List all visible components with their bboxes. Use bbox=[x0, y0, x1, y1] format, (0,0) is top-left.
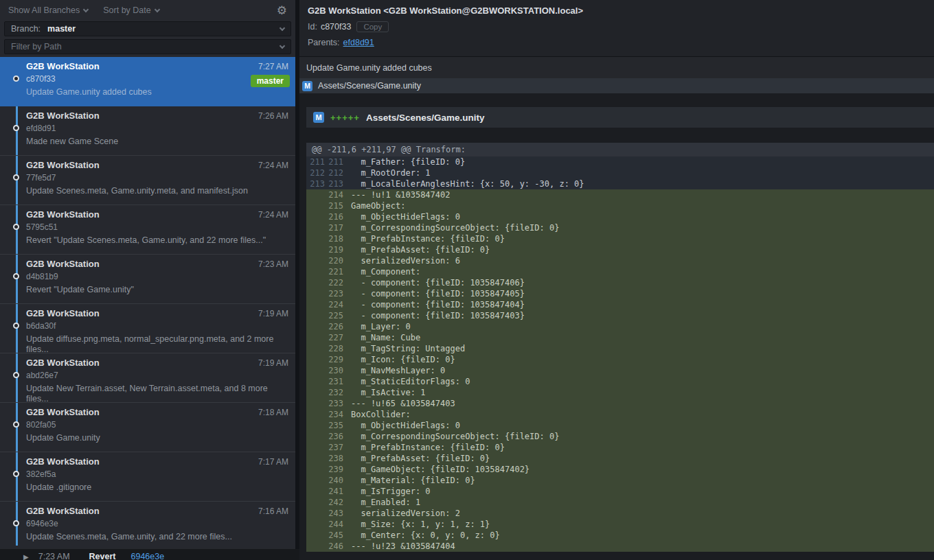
commit-time: 7:23 AM bbox=[258, 259, 288, 269]
branch-label: Branch: bbox=[11, 24, 41, 34]
diff-file-path: Assets/Scenes/Game.unity bbox=[366, 113, 485, 123]
gear-icon[interactable]: ⚙ bbox=[277, 5, 287, 16]
parents-label: Parents: bbox=[308, 38, 340, 47]
history-toolbar: Show All Branches Sort by Date ⚙ bbox=[0, 0, 295, 21]
diff-context-line: 213213 m_LocalEulerAnglesHint: {x: 50, y… bbox=[306, 178, 934, 189]
commit-node-icon bbox=[13, 471, 19, 477]
commit-hash: b6da30f bbox=[26, 321, 288, 331]
code-text: m_Name: Cube bbox=[351, 332, 420, 343]
new-line-number: 245 bbox=[326, 530, 345, 541]
new-line-number: 228 bbox=[326, 343, 345, 354]
diff-added-line: 239 m_GameObject: {fileID: 1035847402} bbox=[306, 464, 934, 475]
old-line-number: 212 bbox=[306, 167, 326, 178]
commit-message: Update Game.unity added cubes bbox=[299, 56, 934, 78]
code-text: m_PrefabInstance: {fileID: 0} bbox=[351, 442, 505, 453]
branch-selector[interactable]: Branch: master bbox=[4, 21, 291, 36]
code-text: m_ObjectHideFlags: 0 bbox=[351, 211, 460, 222]
commit-row[interactable]: G2B WorkStation7:24 AM5795c51Revert "Upd… bbox=[0, 205, 295, 255]
commit-time: 7:26 AM bbox=[258, 111, 288, 121]
copy-button[interactable]: Copy bbox=[356, 21, 389, 32]
old-line-number bbox=[306, 255, 326, 266]
commit-row[interactable]: G2B WorkStation7:16 AM6946e3eUpdate Scen… bbox=[0, 502, 295, 549]
old-line-number bbox=[306, 442, 326, 453]
diff-added-line: 218 m_PrefabInstance: {fileID: 0} bbox=[306, 233, 934, 244]
diff-added-line: 237 m_PrefabInstance: {fileID: 0} bbox=[306, 442, 934, 453]
code-text: GameObject: bbox=[351, 200, 405, 211]
diff-added-line: 244 m_Size: {x: 1, y: 1, z: 1} bbox=[306, 519, 934, 530]
old-line-number: 213 bbox=[306, 178, 326, 189]
old-line-number bbox=[306, 266, 326, 277]
old-line-number bbox=[306, 244, 326, 255]
commit-row[interactable]: G2B WorkStation7:19 AMabd26e7Update New … bbox=[0, 353, 295, 403]
changed-file-row[interactable]: M Assets/Scenes/Game.unity bbox=[299, 78, 934, 93]
code-text: m_Component: bbox=[351, 266, 420, 277]
reflog-hash-link[interactable]: 6946e3e bbox=[131, 552, 165, 560]
filter-by-path-input[interactable]: Filter by Path bbox=[4, 39, 291, 54]
new-line-number: 227 bbox=[326, 332, 345, 343]
diff-area: M +++++ Assets/Scenes/Game.unity @@ -211… bbox=[299, 93, 934, 560]
diff-file-header[interactable]: M +++++ Assets/Scenes/Game.unity bbox=[306, 107, 934, 128]
code-text: m_NavMeshLayer: 0 bbox=[351, 365, 445, 376]
diff-added-line: 233--- !u!65 &1035847403 bbox=[306, 398, 934, 409]
old-line-number bbox=[306, 310, 326, 321]
new-line-number: 213 bbox=[326, 178, 345, 189]
commit-hash: c870f33 bbox=[26, 74, 288, 84]
commit-hash: 77fe5d7 bbox=[26, 173, 288, 183]
commit-time: 7:18 AM bbox=[258, 408, 288, 417]
commit-message-preview: Update Scenes.meta, Game.unity, and 22 m… bbox=[26, 532, 288, 542]
new-line-number: 237 bbox=[326, 442, 345, 453]
commit-row[interactable]: G2B WorkStation7:26 AMefd8d91Made new Ga… bbox=[0, 106, 295, 156]
old-line-number bbox=[306, 376, 326, 387]
sort-by-date-label: Sort by Date bbox=[103, 5, 150, 15]
old-line-number bbox=[306, 530, 326, 541]
old-line-number bbox=[306, 431, 326, 442]
diff-added-line: 222 - component: {fileID: 1035847406} bbox=[306, 277, 934, 288]
new-line-number: 225 bbox=[326, 310, 345, 321]
code-text: - component: {fileID: 1035847405} bbox=[351, 288, 525, 299]
commit-row[interactable]: G2B WorkStation7:18 AM802fa05Update Game… bbox=[0, 403, 295, 452]
commit-row[interactable]: G2B WorkStation7:23 AMd4b81b9Revert "Upd… bbox=[0, 255, 295, 304]
commit-row[interactable]: G2B WorkStation7:19 AMb6da30fUpdate diff… bbox=[0, 304, 295, 353]
old-line-number bbox=[306, 486, 326, 497]
diff-added-line: 215GameObject: bbox=[306, 200, 934, 211]
commit-author: G2B WorkStation bbox=[26, 358, 258, 368]
old-line-number bbox=[306, 354, 326, 365]
commit-message-preview: Revert "Update Game.unity" bbox=[26, 285, 288, 295]
old-line-number bbox=[306, 321, 326, 332]
reflog-strip[interactable]: ▶ 7:23 AM Revert 6946e3e bbox=[0, 549, 299, 560]
commit-hash: 802fa05 bbox=[26, 420, 288, 430]
new-line-number: 222 bbox=[326, 277, 345, 288]
show-all-branches-dropdown[interactable]: Show All Branches bbox=[8, 5, 88, 15]
diff-added-line: 220 serializedVersion: 6 bbox=[306, 255, 934, 266]
additions-markers: +++++ bbox=[330, 113, 360, 123]
chevron-down-icon bbox=[83, 6, 89, 12]
commit-author: G2B WorkStation bbox=[26, 160, 258, 170]
code-text: m_Icon: {fileID: 0} bbox=[351, 354, 455, 365]
code-text: m_TagString: Untagged bbox=[351, 343, 465, 354]
new-line-number: 243 bbox=[326, 508, 345, 519]
commit-node-icon bbox=[13, 421, 19, 428]
diff-added-line: 236 m_CorrespondingSourceObject: {fileID… bbox=[306, 431, 934, 442]
new-line-number: 233 bbox=[326, 398, 345, 409]
diff-added-line: 228 m_TagString: Untagged bbox=[306, 343, 934, 354]
new-line-number: 215 bbox=[326, 200, 345, 211]
reflog-time: 7:23 AM bbox=[38, 552, 70, 560]
branch-badge[interactable]: master bbox=[251, 75, 290, 87]
old-line-number bbox=[306, 387, 326, 398]
commit-author-line: G2B WorkStation <G2B WorkStation@G2BWORK… bbox=[308, 5, 926, 16]
commit-row[interactable]: G2B WorkStation7:24 AM77fe5d7Update Scen… bbox=[0, 156, 295, 205]
old-line-number bbox=[306, 409, 326, 420]
expand-triangle-icon[interactable]: ▶ bbox=[23, 553, 29, 560]
new-line-number: 219 bbox=[326, 244, 345, 255]
code-text: m_Layer: 0 bbox=[351, 321, 411, 332]
diff-added-line: 227 m_Name: Cube bbox=[306, 332, 934, 343]
parent-hash-link[interactable]: efd8d91 bbox=[343, 38, 374, 47]
code-text: m_Enabled: 1 bbox=[351, 497, 420, 508]
new-line-number: 224 bbox=[326, 299, 345, 310]
new-line-number: 244 bbox=[326, 519, 345, 530]
commit-row[interactable]: G2B WorkStation7:17 AM382ef5aUpdate .git… bbox=[0, 452, 295, 502]
commit-message-preview: Update New Terrain.asset, New Terrain.as… bbox=[26, 384, 288, 403]
sort-by-date-dropdown[interactable]: Sort by Date bbox=[103, 5, 159, 15]
new-line-number: 235 bbox=[326, 420, 345, 431]
commit-row[interactable]: G2B WorkStation7:27 AMc870f33masterUpdat… bbox=[0, 57, 295, 106]
